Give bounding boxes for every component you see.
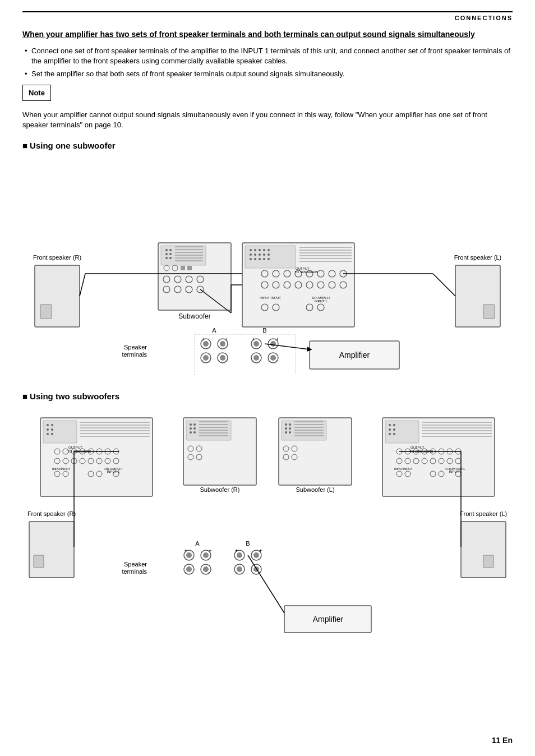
svg-text:INPUT: INPUT	[61, 467, 71, 471]
svg-point-186	[393, 424, 395, 426]
svg-text:-: -	[185, 569, 186, 575]
page-number: 11 En	[492, 736, 513, 745]
diagram2: OUTPUT TO SPEAKERS INPUT INPUT DR AMPLFI…	[24, 407, 511, 642]
svg-point-4	[169, 253, 172, 255]
svg-point-154	[193, 427, 196, 430]
svg-point-153	[190, 427, 192, 430]
svg-rect-25	[245, 246, 296, 268]
amplifier-label-1: Amplifier	[339, 351, 370, 359]
svg-point-247	[237, 566, 242, 572]
svg-rect-150	[186, 421, 231, 440]
svg-text:Speaker: Speaker	[124, 561, 147, 568]
header-bar: CONNECTIONS	[22, 11, 513, 21]
subwoofer-r-label: Subwoofer (R)	[200, 486, 240, 493]
amplifier-label-2: Amplifier	[313, 615, 344, 624]
note-section: Note When your amplifier cannot output s…	[22, 85, 513, 130]
svg-point-169	[289, 423, 291, 426]
svg-point-2	[169, 249, 172, 251]
svg-point-31	[250, 253, 252, 256]
svg-point-170	[285, 427, 287, 430]
svg-text:B: B	[262, 327, 266, 334]
bullet-list: Connect one set of front speaker termina…	[22, 46, 513, 80]
svg-text:+: +	[235, 548, 238, 554]
svg-text:A: A	[212, 327, 216, 334]
svg-rect-0	[161, 246, 206, 265]
front-speaker-l-label: Front speaker (L)	[454, 254, 501, 261]
svg-point-36	[250, 258, 252, 260]
bullet-item-1: Connect one set of front speaker termina…	[22, 46, 513, 66]
svg-text:Front speaker (L): Front speaker (L)	[460, 510, 507, 517]
svg-point-40	[268, 258, 270, 260]
svg-point-32	[254, 253, 256, 256]
svg-text:-: -	[225, 358, 227, 363]
note-text: When your amplifier cannot output sound …	[22, 110, 513, 130]
svg-text:Front speaker (R): Front speaker (R)	[27, 510, 76, 517]
svg-rect-15	[181, 266, 185, 270]
svg-text:+: +	[209, 548, 211, 554]
svg-point-116	[51, 433, 53, 435]
svg-point-112	[51, 424, 53, 426]
svg-line-106	[80, 274, 85, 296]
diagram2-svg: OUTPUT TO SPEAKERS INPUT INPUT DR AMPLFI…	[24, 407, 511, 642]
subwoofer-l-label: Subwoofer (L)	[296, 486, 334, 493]
svg-point-85	[220, 355, 225, 361]
svg-rect-110	[43, 421, 77, 443]
section2-title: Using two subwoofers	[22, 391, 513, 401]
svg-text:+: +	[225, 336, 228, 342]
svg-point-26	[250, 249, 252, 251]
svg-text:INPUT 1: INPUT 1	[449, 470, 463, 473]
svg-point-172	[285, 431, 287, 434]
svg-point-185	[389, 424, 391, 426]
svg-text:INPUT 1: INPUT 1	[107, 470, 121, 473]
section1-title: Using one subwoofer	[22, 141, 513, 150]
svg-point-190	[393, 433, 395, 435]
svg-line-258	[248, 555, 284, 613]
svg-point-239	[186, 566, 192, 572]
front-speaker-r-label: Front speaker (R)	[33, 254, 81, 261]
svg-text:+: +	[185, 548, 187, 554]
svg-point-171	[289, 427, 291, 430]
svg-text:-: -	[202, 358, 204, 363]
main-title: When your amplifier has two sets of fron…	[22, 29, 513, 40]
svg-point-27	[254, 249, 256, 251]
svg-rect-227	[34, 555, 44, 568]
section-label: CONNECTIONS	[455, 15, 513, 21]
svg-rect-16	[187, 266, 192, 270]
svg-text:INPUT: INPUT	[260, 296, 270, 299]
svg-point-3	[165, 253, 168, 255]
svg-text:B: B	[246, 540, 250, 547]
svg-text:INPUT 1: INPUT 1	[315, 299, 328, 303]
svg-point-93	[270, 355, 276, 361]
svg-text:A: A	[195, 540, 200, 547]
svg-point-241	[203, 566, 209, 572]
svg-text:+: +	[202, 336, 205, 342]
svg-point-91	[253, 355, 259, 361]
svg-point-1	[165, 249, 168, 251]
svg-line-104	[433, 274, 455, 296]
svg-text:-: -	[252, 358, 254, 363]
svg-text:TO SPEAKERS: TO SPEAKERS	[294, 270, 318, 274]
svg-point-39	[263, 258, 265, 260]
svg-point-187	[389, 428, 391, 431]
svg-point-189	[389, 433, 391, 435]
svg-rect-229	[483, 555, 494, 568]
svg-point-29	[263, 249, 265, 251]
svg-text:INPUT: INPUT	[403, 467, 413, 471]
subwoofer-label: Subwoofer	[178, 312, 210, 320]
svg-text:INPUT: INPUT	[271, 296, 281, 299]
svg-point-30	[268, 249, 270, 251]
svg-point-237	[203, 552, 209, 558]
svg-point-152	[193, 423, 196, 426]
svg-text:+: +	[252, 336, 255, 342]
right-speaker-port	[483, 305, 495, 319]
bullet-item-2: Set the amplifier so that both sets of f…	[22, 69, 513, 79]
svg-point-35	[268, 253, 270, 256]
svg-text:terminals: terminals	[122, 351, 147, 358]
svg-text:OUTPUT: OUTPUT	[411, 446, 425, 449]
svg-point-155	[190, 431, 192, 434]
svg-rect-228	[461, 522, 506, 578]
svg-point-81	[220, 341, 225, 347]
svg-point-6	[169, 257, 172, 259]
svg-point-168	[285, 423, 287, 426]
svg-point-113	[47, 428, 49, 431]
